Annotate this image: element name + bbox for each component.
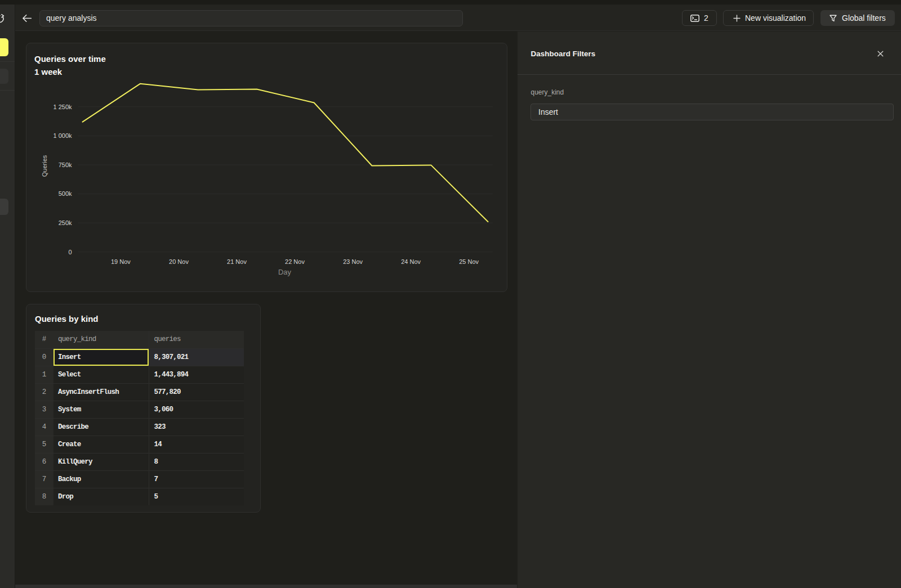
svg-text:21 Nov: 21 Nov <box>227 258 247 265</box>
svg-text:Day: Day <box>278 268 292 276</box>
svg-text:1 250k: 1 250k <box>53 104 72 110</box>
svg-text:19 Nov: 19 Nov <box>111 258 131 265</box>
svg-text:25 Nov: 25 Nov <box>459 258 479 265</box>
svg-text:750k: 750k <box>59 161 72 168</box>
svg-text:24 Nov: 24 Nov <box>401 258 421 265</box>
svg-text:500k: 500k <box>59 190 72 197</box>
svg-text:0: 0 <box>68 249 72 255</box>
svg-text:1 000k: 1 000k <box>53 132 72 139</box>
svg-text:Queries: Queries <box>41 155 48 177</box>
svg-text:20 Nov: 20 Nov <box>169 258 189 265</box>
svg-text:22 Nov: 22 Nov <box>285 258 305 265</box>
svg-text:250k: 250k <box>59 219 72 226</box>
svg-text:23 Nov: 23 Nov <box>343 258 363 265</box>
